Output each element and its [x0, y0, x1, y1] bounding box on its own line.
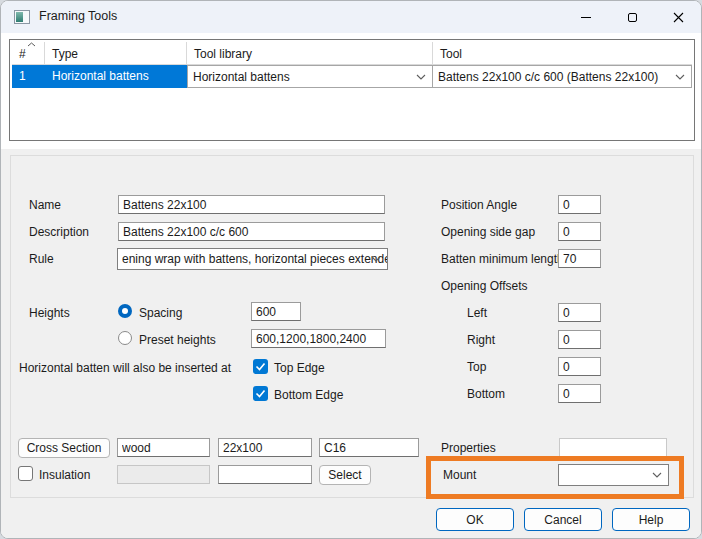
cancel-button[interactable]: Cancel [524, 508, 602, 531]
position-angle-label: Position Angle [441, 198, 517, 212]
tool-combobox[interactable]: Battens 22x100 c/c 600 (Battens 22x100) [433, 65, 692, 88]
window-title: Framing Tools [39, 9, 117, 23]
chevron-down-icon [675, 74, 685, 80]
opening-offsets-label: Opening Offsets [441, 279, 528, 293]
framing-tools-grid: # Type Tool library Tool 1 Horizontal ba… [9, 39, 695, 141]
preset-heights-radio-label[interactable]: Preset heights [139, 333, 216, 347]
insulation-material-input [117, 465, 210, 484]
tool-value: Battens 22x100 c/c 600 (Battens 22x100) [438, 70, 658, 84]
rule-label: Rule [29, 252, 54, 266]
insulation-label[interactable]: Insulation [39, 468, 90, 482]
column-header-num[interactable]: # [12, 42, 45, 64]
offset-bottom-input[interactable] [558, 384, 601, 403]
spacing-radio[interactable] [118, 304, 132, 318]
preset-heights-radio[interactable] [118, 331, 132, 345]
offset-left-label: Left [467, 306, 487, 320]
description-input[interactable] [118, 222, 385, 241]
ok-button[interactable]: OK [436, 508, 514, 531]
properties-input[interactable] [559, 438, 667, 457]
insert-at-label: Horizontal batten will also be inserted … [19, 361, 231, 375]
check-icon [253, 359, 268, 374]
opening-side-gap-label: Opening side gap [441, 225, 535, 239]
bottom-edge-checkbox[interactable] [253, 386, 268, 401]
row-type-cell[interactable]: Horizontal battens [45, 65, 187, 88]
tool-library-value: Horizontal battens [193, 70, 290, 84]
cross-section-grade-input[interactable] [319, 438, 419, 457]
name-input[interactable] [118, 195, 385, 214]
preset-heights-input[interactable] [251, 329, 386, 348]
table-row[interactable]: 1 Horizontal battens Horizontal battens … [12, 65, 692, 88]
position-angle-input[interactable] [558, 195, 601, 214]
framing-tools-dialog: Framing Tools # Type Tool library Tool [0, 0, 702, 539]
properties-label: Properties [441, 441, 496, 455]
insulation-size-input[interactable] [218, 465, 312, 484]
offset-right-input[interactable] [558, 330, 601, 349]
batten-minimum-length-label: Batten minimum length [441, 252, 564, 266]
tool-library-combobox[interactable]: Horizontal battens [187, 65, 433, 88]
chevron-down-icon [416, 74, 426, 80]
column-header-tool[interactable]: Tool [433, 42, 692, 64]
select-button[interactable]: Select [319, 465, 371, 485]
top-edge-label[interactable]: Top Edge [274, 361, 325, 375]
offset-right-label: Right [467, 333, 495, 347]
column-header-type[interactable]: Type [45, 42, 187, 64]
maximize-button[interactable] [609, 1, 655, 33]
title-bar: Framing Tools [1, 1, 701, 33]
offset-bottom-label: Bottom [467, 387, 505, 401]
mount-highlight-annotation [426, 456, 684, 499]
sort-ascending-icon [27, 42, 36, 47]
maximize-icon [628, 13, 637, 22]
insulation-checkbox[interactable] [18, 466, 33, 481]
grid-header-row: # Type Tool library Tool [12, 42, 692, 65]
help-button[interactable]: Help [612, 508, 690, 531]
offset-left-input[interactable] [558, 303, 601, 322]
offset-top-label: Top [467, 360, 486, 374]
rule-value: ening wrap with battens, horizontal piec… [122, 252, 388, 266]
opening-side-gap-input[interactable] [558, 222, 601, 241]
spacing-input[interactable] [251, 302, 301, 321]
row-number-cell[interactable]: 1 [12, 65, 45, 88]
spacing-radio-label[interactable]: Spacing [139, 306, 182, 320]
name-label: Name [29, 198, 61, 212]
bottom-edge-label[interactable]: Bottom Edge [274, 388, 343, 402]
cross-section-material-input[interactable] [117, 438, 210, 457]
minimize-icon [581, 17, 591, 18]
minimize-button[interactable] [563, 1, 609, 33]
description-label: Description [29, 225, 89, 239]
rule-dropdown[interactable]: ening wrap with battens, horizontal piec… [117, 248, 388, 270]
batten-minimum-length-input[interactable] [558, 249, 601, 268]
close-icon [673, 12, 684, 23]
offset-top-input[interactable] [558, 357, 601, 376]
cross-section-size-input[interactable] [218, 438, 312, 457]
cross-section-button[interactable]: Cross Section [18, 438, 110, 458]
chevron-down-icon [371, 256, 381, 262]
top-edge-checkbox[interactable] [253, 359, 268, 374]
close-button[interactable] [655, 1, 701, 33]
heights-label: Heights [29, 306, 70, 320]
app-icon [14, 10, 30, 24]
column-header-tool-library[interactable]: Tool library [187, 42, 433, 64]
check-icon [253, 386, 268, 401]
